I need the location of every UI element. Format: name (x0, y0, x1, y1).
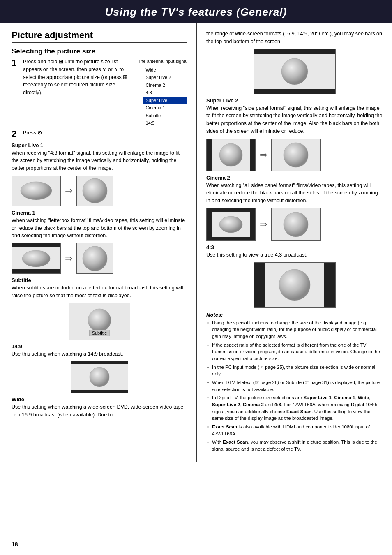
43-sphere (266, 264, 323, 305)
note-1: Using the special functions to change th… (206, 319, 383, 340)
step-2: 2 Press ⊙. (12, 129, 187, 139)
wide-heading: Wide (12, 396, 187, 402)
arrow-right-sl1: ⇒ (65, 185, 72, 196)
cinema-2-heading: Cinema 2 (206, 175, 383, 181)
osd-item-subtitle: Subtitle (143, 112, 187, 120)
note-6: Exact Scan is also available with HDMI a… (206, 423, 383, 437)
svg-point-1 (83, 178, 107, 203)
content-wrapper: Picture adjustment Selecting the picture… (0, 23, 392, 462)
notes-section: Notes: Using the special functions to ch… (206, 312, 383, 453)
super-live-1-text: When receiving "4:3 format" signal, this… (12, 149, 187, 172)
super-live-1-compare: ⇒ (12, 176, 187, 206)
svg-point-10 (284, 212, 308, 237)
step-1: 1 Press and hold ⊞ until the picture siz… (12, 58, 187, 127)
osd-menu-caption: The antenna input signal (138, 58, 187, 65)
wide-picture (254, 49, 336, 94)
149-compare (12, 361, 187, 393)
osd-item-149: 14:9 (143, 119, 187, 127)
note-5: In Digital TV, the picture size selectio… (206, 394, 383, 422)
c2-bar-bottom (207, 237, 255, 240)
subtitle-heading: Subtitle (12, 277, 187, 283)
super-live-2-text: When receiving "side panel format" signa… (206, 104, 383, 135)
149-bar-bottom (71, 390, 128, 393)
super-live-2-heading: Super Live 2 (206, 97, 383, 104)
sl2-before-sphere (214, 141, 247, 169)
osd-item-superlive1-highlighted: Super Live 1 (143, 97, 187, 104)
149-heading: 14:9 (12, 343, 187, 349)
super-live-1-after (76, 176, 113, 206)
sl2-bar-right (250, 139, 255, 171)
cinema-1-heading: Cinema 1 (12, 210, 187, 216)
note-4: When DTV teletext (☞ page 28) or Subtitl… (206, 379, 383, 393)
43-heading: 4:3 (206, 244, 383, 250)
c2-bar-right (250, 208, 255, 240)
cinema-1-before-sphere (18, 248, 55, 269)
super-live-2-before (206, 139, 256, 171)
43-bar-right (324, 263, 335, 307)
wide-sphere (258, 56, 332, 87)
subtitle-compare: Subtitle (12, 303, 187, 340)
cinema-1-before (12, 243, 61, 274)
cinema-1-after (76, 243, 113, 274)
43-text: Use this setting to view a true 4:3 broa… (206, 251, 383, 259)
svg-point-5 (90, 367, 109, 387)
super-live-1-after-sphere (81, 177, 109, 205)
osd-menu-table: Wide Super Live 2 Cinema 2 4:3 Super Liv… (143, 66, 187, 127)
step-2-number: 2 (12, 129, 21, 139)
cinema-1-after-sphere (81, 245, 109, 273)
notes-title: Notes: (206, 312, 383, 318)
c2-after-sphere (275, 210, 316, 239)
wide-bar-bottom (254, 89, 335, 94)
osd-item-43: 4:3 (143, 89, 187, 97)
super-live-1-before (12, 176, 61, 206)
step-2-content: Press ⊙. (23, 129, 187, 137)
osd-item-cinema1: Cinema 1 (143, 104, 187, 112)
step-1-text: Press and hold ⊞ until the picture size … (23, 58, 134, 97)
osd-item-superlive2: Super Live 2 (143, 74, 187, 81)
page-number: 18 (12, 541, 18, 548)
svg-point-3 (83, 246, 107, 271)
super-live-2-compare: ⇒ (206, 139, 383, 171)
cinema-2-compare: ⇒ (206, 208, 383, 241)
page-header: Using the TV's features (General) (0, 0, 392, 23)
note-7: With Exact Scan, you may observe a shift… (206, 439, 383, 452)
svg-point-2 (22, 250, 50, 267)
osd-item-cinema2: Cinema 2 (143, 81, 187, 89)
svg-point-7 (219, 143, 242, 166)
cinema-1-compare: ⇒ (12, 243, 187, 274)
super-live-1-heading: Super Live 1 (12, 142, 187, 148)
c2-bar-top (207, 208, 255, 212)
arrow-right-c2: ⇒ (260, 219, 267, 230)
arrow-right-sl2: ⇒ (260, 150, 267, 160)
svg-point-4 (88, 309, 111, 332)
page-title: Using the TV's features (General) (0, 6, 392, 18)
wide-compare (206, 49, 383, 94)
left-column: Picture adjustment Selecting the picture… (0, 23, 197, 462)
149-picture (71, 361, 128, 393)
wide-bar-top (254, 49, 335, 54)
cinema-1-bar-top (12, 243, 60, 247)
section-title: Picture adjustment (12, 30, 187, 43)
step-1-content: Press and hold ⊞ until the picture size … (23, 58, 187, 127)
sl2-bar-left (207, 139, 212, 171)
svg-point-6 (281, 58, 308, 85)
sl2-after-sphere (275, 141, 316, 169)
wide-text-cont: the range of wide-screen formats (16:9, … (206, 30, 383, 46)
c2-bar-left (207, 208, 212, 240)
osd-menu-container: The antenna input signal Wide Super Live… (138, 58, 187, 127)
wide-text: Use this setting when watching a wide-sc… (12, 403, 187, 419)
subtitle-label: Subtitle (89, 330, 110, 336)
43-compare (206, 262, 383, 308)
osd-item-wide: Wide (143, 66, 187, 74)
subtitle-text: When subtitles are included on a letterb… (12, 284, 187, 300)
note-3: In the PC input mode (☞ page 25), the pi… (206, 364, 383, 377)
notes-list: Using the special functions to change th… (206, 319, 383, 453)
note-2: If the aspect ratio of the selected form… (206, 342, 383, 362)
cinema-1-bar-bottom (12, 269, 60, 273)
cinema-2-before (206, 208, 256, 241)
super-live-1-before-sphere (18, 180, 55, 201)
svg-point-8 (284, 143, 308, 167)
right-column: the range of wide-screen formats (16:9, … (197, 23, 392, 462)
43-bar-left (254, 263, 265, 307)
arrow-right-c1: ⇒ (65, 253, 72, 264)
